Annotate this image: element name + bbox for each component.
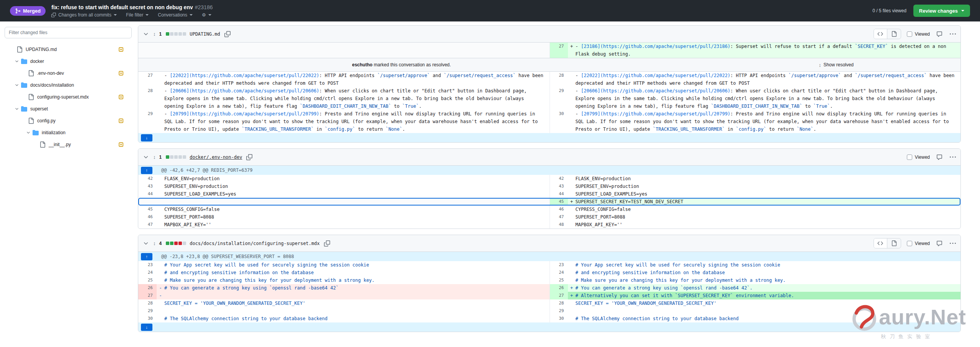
line-number[interactable]: 27 <box>550 292 568 299</box>
collapse-file-button[interactable] <box>142 30 150 38</box>
line-number[interactable]: 46 <box>550 206 568 213</box>
file-name-link[interactable]: docs/docs/installation/configuring-super… <box>190 241 320 246</box>
line-number[interactable]: 29 <box>138 110 157 133</box>
comment-button[interactable] <box>936 153 943 161</box>
chevron-down-icon <box>15 107 19 111</box>
file-icon <box>28 118 34 124</box>
code-line: SUPERSET_ENV=production <box>157 183 550 190</box>
diff-sign <box>568 110 576 133</box>
line-number[interactable]: 24 <box>138 269 157 276</box>
diff-settings-dropdown[interactable]: ⚙ <box>202 12 211 18</box>
conversations-dropdown[interactable]: Conversations <box>158 12 193 18</box>
line-number[interactable]: 25 <box>138 276 157 284</box>
line-number[interactable]: 44 <box>138 190 157 198</box>
diffstat-square <box>166 155 169 159</box>
viewed-toggle[interactable]: Viewed <box>907 155 930 160</box>
show-resolved-button[interactable]: ↕Show resolved <box>819 62 854 68</box>
sidebar-item-file[interactable]: config.py <box>5 115 132 127</box>
file-menu-button[interactable] <box>949 240 957 247</box>
line-number[interactable]: 30 <box>138 315 157 322</box>
resolved-conversation-text: eschutho marked this conversation as res… <box>352 61 451 69</box>
diff-sign <box>568 213 576 221</box>
line-number[interactable]: 23 <box>138 261 157 269</box>
line-number[interactable]: 27 <box>138 292 157 299</box>
line-number[interactable]: 46 <box>138 213 157 221</box>
comment-button[interactable] <box>936 30 943 38</box>
sidebar-item-file[interactable]: __init__.py <box>5 138 132 150</box>
line-number[interactable]: 45 <box>550 198 568 206</box>
modified-icon <box>119 47 123 52</box>
collapse-file-button[interactable] <box>142 153 150 161</box>
diff-body: 27+- [23186](https://github.com/apache/s… <box>138 43 960 142</box>
file-menu-button[interactable] <box>949 153 957 161</box>
sidebar-item-folder[interactable]: docker <box>5 55 132 67</box>
line-number[interactable]: 44 <box>550 190 568 198</box>
rich-view-button[interactable] <box>887 238 901 248</box>
code-line: +# You can generate a strong key using `… <box>568 284 961 292</box>
copy-path-button[interactable] <box>245 153 253 161</box>
code-line: # Make sure you are changing this key fo… <box>157 276 550 284</box>
line-number[interactable]: 28 <box>550 299 568 307</box>
line-number[interactable]: 43 <box>138 183 157 190</box>
line-number[interactable]: 48 <box>550 221 568 229</box>
viewed-checkbox[interactable] <box>907 241 912 246</box>
file-name-link[interactable]: UPDATING.md <box>190 31 220 37</box>
line-number[interactable]: 23 <box>550 261 568 269</box>
line-number[interactable]: 43 <box>550 183 568 190</box>
sidebar-item-folder[interactable]: superset <box>5 103 132 115</box>
viewed-toggle[interactable]: Viewed <box>907 241 930 246</box>
line-number[interactable] <box>138 43 157 58</box>
line-number[interactable]: 28 <box>138 299 157 307</box>
file-filter-dropdown[interactable]: File filter <box>126 12 149 18</box>
line-number[interactable]: 30 <box>550 110 568 133</box>
sidebar-item-folder[interactable]: initialization <box>5 127 132 138</box>
line-number[interactable]: 24 <box>550 269 568 276</box>
line-number[interactable]: 26 <box>138 284 157 292</box>
filter-changed-files-input[interactable] <box>5 27 132 38</box>
line-number[interactable]: 27 <box>138 72 157 87</box>
viewed-checkbox[interactable] <box>907 155 912 160</box>
comment-button[interactable] <box>936 240 943 247</box>
line-number[interactable]: 29 <box>550 87 568 110</box>
viewed-toggle[interactable]: Viewed <box>907 31 930 37</box>
expand-up-button[interactable]: ↑ <box>141 167 152 174</box>
line-number[interactable]: 30 <box>550 315 568 322</box>
line-number[interactable]: 29 <box>138 307 157 315</box>
viewed-label: Viewed <box>915 241 930 246</box>
file-tree-sidebar: UPDATING.mddocker.env-non-devdocs/docs/i… <box>0 21 136 156</box>
rich-view-button[interactable] <box>887 29 901 39</box>
collapse-file-button[interactable] <box>142 240 150 247</box>
line-number[interactable]: 26 <box>550 284 568 292</box>
expand-down-button[interactable]: ↓ <box>141 324 152 331</box>
source-view-button[interactable] <box>874 238 887 248</box>
line-number[interactable]: 47 <box>550 213 568 221</box>
copy-path-button[interactable] <box>224 30 231 38</box>
expand-down-button[interactable]: ↓ <box>141 134 152 141</box>
line-number[interactable]: 28 <box>550 72 568 87</box>
line-number[interactable]: 25 <box>550 276 568 284</box>
sidebar-item-folder[interactable]: docs/docs/installation <box>5 79 132 91</box>
line-number[interactable]: 28 <box>138 87 157 110</box>
diff-row: 26-# You can generate a strong key using… <box>138 284 960 292</box>
line-number[interactable]: 42 <box>138 175 157 183</box>
viewed-checkbox[interactable] <box>907 31 912 37</box>
sidebar-item-file[interactable]: UPDATING.md <box>5 43 132 55</box>
line-number[interactable]: 29 <box>550 307 568 315</box>
chevron-down-icon <box>26 130 31 135</box>
file-menu-button[interactable] <box>949 30 957 38</box>
line-number[interactable]: 47 <box>138 221 157 229</box>
source-view-button[interactable] <box>874 29 887 39</box>
sidebar-item-file[interactable]: .env-non-dev <box>5 67 132 79</box>
line-number[interactable]: 42 <box>550 175 568 183</box>
sidebar-item-file[interactable]: configuring-superset.mdx <box>5 91 132 103</box>
diff-row: 25# Make sure you are changing this key … <box>138 276 960 284</box>
line-number[interactable] <box>138 198 157 206</box>
copy-path-button[interactable] <box>323 240 331 247</box>
file-name-link[interactable]: docker/.env-non-dev <box>190 155 242 160</box>
viewed-label: Viewed <box>915 155 930 160</box>
line-number[interactable]: 27 <box>550 43 568 58</box>
review-changes-button[interactable]: Review changes <box>913 5 970 17</box>
changes-dropdown[interactable]: Changes from all commits <box>51 12 117 18</box>
expand-up-button[interactable]: ↑ <box>141 253 152 260</box>
line-number[interactable]: 45 <box>138 206 157 213</box>
